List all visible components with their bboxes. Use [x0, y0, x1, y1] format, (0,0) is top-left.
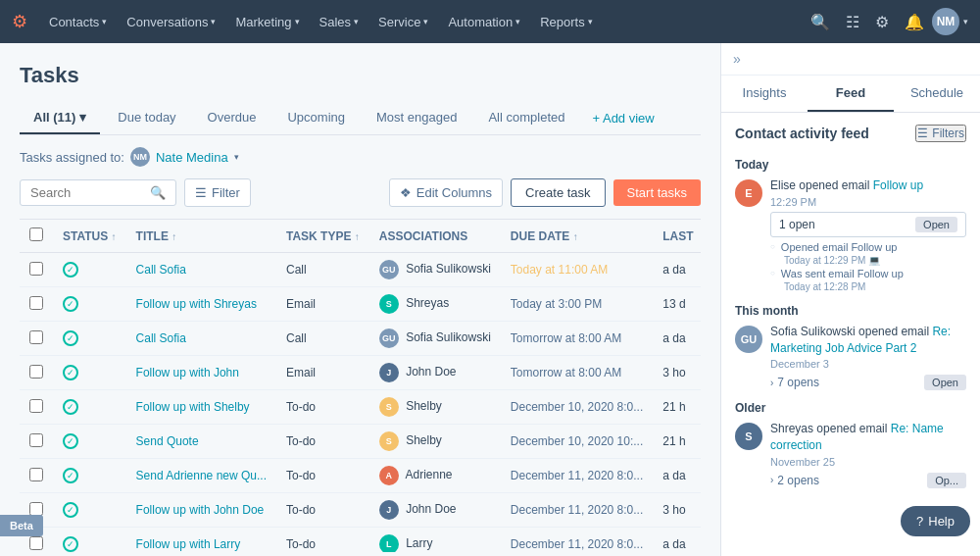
nav-marketing[interactable]: Marketing ▾	[225, 0, 309, 43]
assoc-name: Adrienne	[405, 468, 452, 481]
task-title-link[interactable]: Call Sofia	[136, 331, 186, 345]
task-association: GU Sofia Sulikowski	[369, 253, 501, 287]
row-checkbox[interactable]	[29, 433, 43, 447]
assoc-name: Shelby	[406, 399, 442, 413]
task-title-link[interactable]: Send Quote	[136, 434, 199, 448]
row-checkbox[interactable]	[29, 330, 43, 344]
search-icon[interactable]: 🔍	[803, 13, 838, 31]
expand-icon[interactable]: »	[733, 51, 741, 67]
bell-icon[interactable]: 🔔	[897, 13, 932, 31]
task-title-link[interactable]: Follow up with Shelby	[136, 400, 250, 414]
feed-expand-shreyas[interactable]: › 2 opens	[770, 474, 819, 487]
feed-link-shreyas[interactable]: Re: Name correction	[770, 422, 944, 452]
status-circle[interactable]: ✓	[63, 502, 78, 518]
feed-expand-sofia[interactable]: › 7 opens	[770, 376, 819, 389]
tab-all[interactable]: All (11) ▾	[20, 102, 100, 134]
tab-due-today[interactable]: Due today	[104, 102, 189, 134]
task-title-link[interactable]: Follow up with John	[136, 366, 239, 379]
status-circle[interactable]: ✓	[63, 433, 78, 449]
filters-button[interactable]: ☰ Filters	[915, 125, 966, 142]
task-title-link[interactable]: Follow up with Larry	[136, 537, 241, 551]
task-due-date: December 11, 2020 8:0...	[501, 528, 653, 553]
row-checkbox[interactable]	[29, 262, 43, 276]
right-tab-insights[interactable]: Insights	[721, 76, 808, 112]
nav-service[interactable]: Service ▾	[368, 0, 438, 43]
help-button[interactable]: ? Help	[901, 506, 970, 536]
task-type: To-do	[276, 493, 369, 528]
chevron-right-icon: ›	[770, 378, 773, 388]
user-avatar[interactable]: NM	[932, 8, 959, 35]
open-badge-shreyas[interactable]: Op...	[927, 473, 966, 488]
search-box[interactable]: 🔍	[20, 179, 176, 206]
main-layout: Tasks All (11) ▾ Due today Overdue Upcom…	[0, 43, 980, 556]
nav-reports[interactable]: Reports ▾	[530, 0, 603, 43]
nav-sales[interactable]: Sales ▾	[310, 0, 369, 43]
open-badge-sofia[interactable]: Open	[924, 375, 966, 390]
assoc-avatar: GU	[379, 260, 399, 279]
tab-overdue[interactable]: Overdue	[194, 102, 270, 134]
status-circle[interactable]: ✓	[63, 536, 78, 552]
row-checkbox[interactable]	[29, 296, 43, 310]
task-last: 21 h	[653, 425, 701, 459]
beta-badge[interactable]: Beta	[0, 515, 43, 536]
feed-link-followup[interactable]: Follow up	[873, 178, 923, 192]
table-row: ✓ Follow up with Larry To-do L Larry Dec…	[20, 528, 701, 553]
status-circle[interactable]: ✓	[63, 468, 78, 483]
hubspot-logo[interactable]: ⚙	[12, 11, 27, 32]
chevron-down-icon: ▾	[102, 17, 107, 26]
assoc-name: Sofia Sulikowski	[406, 262, 491, 276]
row-checkbox[interactable]	[29, 502, 43, 516]
row-checkbox[interactable]	[29, 365, 43, 379]
task-due-date: Tomorrow at 8:00 AM	[501, 322, 653, 356]
nav-contacts[interactable]: Contacts ▾	[39, 0, 117, 43]
select-all-checkbox[interactable]	[29, 227, 43, 241]
feed-link-sofia[interactable]: Re: Marketing Job Advice Part 2	[770, 325, 951, 355]
status-circle[interactable]: ✓	[63, 262, 78, 278]
assoc-avatar: S	[379, 431, 399, 451]
tab-upcoming[interactable]: Upcoming	[273, 102, 359, 134]
tabs-bar: All (11) ▾ Due today Overdue Upcoming Mo…	[20, 102, 701, 135]
tab-most-engaged[interactable]: Most engaged	[363, 102, 470, 134]
row-checkbox[interactable]	[29, 468, 43, 481]
create-task-button[interactable]: Create task	[511, 178, 605, 207]
task-title-link[interactable]: Follow up with Shreyas	[136, 297, 257, 311]
feed-item-sofia: GU Sofia Sulikowski opened email Re: Mar…	[735, 324, 966, 392]
start-tasks-button[interactable]: Start tasks	[613, 179, 701, 206]
settings-icon[interactable]: ⚙	[867, 13, 897, 31]
row-checkbox[interactable]	[29, 536, 43, 550]
right-tab-schedule[interactable]: Schedule	[894, 76, 980, 112]
task-title-link[interactable]: Call Sofia	[136, 263, 186, 277]
filter-button[interactable]: ☰ Filter	[184, 178, 251, 207]
nav-conversations[interactable]: Conversations ▾	[117, 0, 225, 43]
feed-section-this-month: This month	[735, 304, 966, 318]
assigned-user-link[interactable]: Nate Medina	[156, 150, 228, 165]
task-last: 21 h	[653, 390, 701, 425]
task-title-link[interactable]: Follow up with John Doe	[136, 503, 265, 517]
search-input[interactable]	[30, 185, 144, 200]
tab-add-view[interactable]: + Add view	[582, 103, 663, 133]
feed-body-sofia: Sofia Sulikowski opened email Re: Market…	[770, 324, 966, 392]
sort-due-icon: ↑	[573, 231, 578, 242]
task-association: J John Doe	[369, 493, 501, 528]
columns-icon: ❖	[400, 185, 412, 200]
feed-section-today: Today	[735, 158, 966, 172]
task-last: 13 d	[653, 287, 701, 322]
tab-all-completed[interactable]: All completed	[474, 102, 578, 134]
row-checkbox[interactable]	[29, 399, 43, 413]
feed-sub-items-elise: Opened email Follow up Today at 12:29 PM…	[770, 241, 966, 292]
nav-automation[interactable]: Automation ▾	[438, 0, 530, 43]
status-circle[interactable]: ✓	[63, 399, 78, 415]
grid-icon[interactable]: ☷	[838, 13, 867, 31]
task-title-link[interactable]: Send Adrienne new Qu...	[136, 469, 267, 482]
status-circle[interactable]: ✓	[63, 296, 78, 312]
chevron-down-icon: ▾	[79, 110, 86, 125]
edit-columns-button[interactable]: ❖ Edit Columns	[389, 178, 503, 207]
open-badge-elise[interactable]: Open	[915, 217, 957, 232]
status-circle[interactable]: ✓	[63, 365, 78, 380]
feed-text-shreyas: Shreyas opened email Re: Name correction	[770, 421, 966, 454]
right-tab-feed[interactable]: Feed	[808, 76, 894, 112]
feed-body-shreyas: Shreyas opened email Re: Name correction…	[770, 421, 966, 489]
status-circle[interactable]: ✓	[63, 330, 78, 346]
avatar-chevron-icon[interactable]: ▾	[959, 17, 968, 26]
task-type: Call	[276, 322, 369, 356]
